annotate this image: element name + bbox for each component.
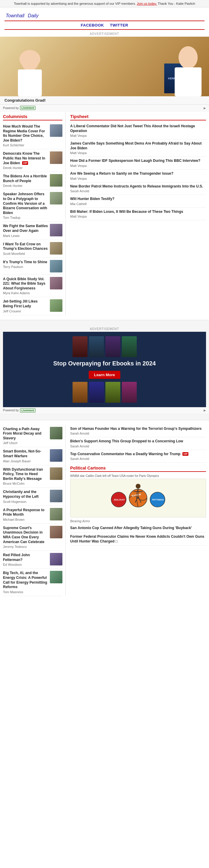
columnist-img-5 [50, 242, 62, 254]
lower-item-4: A Prayerful Response to Pride Month Mich… [3, 506, 62, 524]
lower-title-2[interactable]: With Dysfunctional Iran Policy, Time to … [3, 467, 48, 482]
social-bar: FACEBOOK TWITTER [4, 21, 205, 30]
columnist-title-3[interactable]: Speaker Johnson Offers to Do a Polygraph… [3, 192, 48, 215]
tipsheet-title: Tipsheet [70, 114, 206, 120]
lower-right-author-1: Sarah Arnold [70, 444, 206, 448]
tipsheet-title-2[interactable]: How Did a Former IDF Spokesperson Not La… [70, 159, 206, 163]
tipsheet-author-2: Matt Vespa [70, 164, 206, 167]
columnist-title-8[interactable]: Jet-Setting Jill Likes Being First Lady [3, 299, 48, 309]
columnist-author-1: Derek Hunter [3, 166, 48, 169]
columnist-author-6: Terry Paulson [3, 265, 48, 269]
lower-img-3 [50, 490, 62, 502]
ad-book-2 [89, 336, 104, 357]
lower-title-7[interactable]: Big Tech, AI, and the Energy Crisis: A P… [3, 571, 48, 589]
join-link[interactable]: Join us today. [137, 2, 157, 5]
header: Townhall Daily [0, 7, 209, 21]
pc-title-2[interactable]: Former Federal Prosecutor Claims He Neve… [70, 534, 206, 544]
logo-daily: Daily [28, 13, 38, 18]
columnist-img-0 [50, 124, 62, 137]
lower-title-5[interactable]: Supreme Court's Unanimous Decision in NR… [3, 526, 48, 544]
columnist-item-2: The Bidens Are a Horrible Bunch of Peopl… [3, 172, 62, 190]
ad-book-6 [89, 382, 104, 403]
ad-book-4 [122, 336, 137, 357]
ad-label-top: ADVERTISEMENT [0, 31, 209, 37]
political-cartoons: Political Cartoons WNBA star Caitlin Cla… [70, 466, 206, 546]
columnist-item-8: Jet-Setting Jill Likes Being First Lady … [3, 297, 62, 315]
svg-text:PETTINESS: PETTINESS [152, 499, 164, 501]
tipsheet-item-6: Bill Maher: If Biden Loses, It Will Be B… [70, 208, 206, 221]
lower-right-title-2[interactable]: Top Conservative Commentator Has a Deadl… [70, 452, 206, 457]
twitter-link[interactable]: TWITTER [110, 23, 128, 27]
ad-books-row-top [7, 336, 202, 357]
tipsheet-title-3[interactable]: Are We Seeing a Return to Sanity on the … [70, 172, 206, 176]
columnist-item-4: We Fight the Same Battles Over and Over … [3, 222, 62, 240]
columnist-author-0: Kurt Schlichter [3, 144, 48, 147]
columnist-author-8: Jeff Crouere [3, 309, 48, 313]
columnist-title-5[interactable]: I Want To Eat Crow on Trump's Election C… [3, 242, 48, 251]
tipsheet-section: Tipsheet A Liberal Commentator Did Not J… [69, 112, 206, 315]
pc-item-2: Former Federal Prosecutor Claims He Neve… [70, 533, 206, 546]
lower-author-3: Scott Hogenson [3, 500, 48, 503]
tipsheet-author-3: Matt Vespa [70, 177, 206, 180]
ad-book-3 [105, 336, 120, 357]
ad-book-8 [122, 382, 137, 403]
tipsheet-item-5: Will Hunter Biden Testify? Mia Cathell [70, 195, 206, 208]
lower-title-1[interactable]: Smart Bombs, Not-So-Smart Warfare [3, 449, 48, 459]
logo: Townhall Daily [4, 10, 205, 20]
ad-book-5 [73, 382, 87, 403]
columnist-img-2 [50, 174, 62, 187]
lower-title-6[interactable]: Red Pilled John Fetterman? [3, 553, 48, 562]
lower-title-4[interactable]: A Prayerful Response to Pride Month [3, 508, 48, 517]
lower-img-1 [50, 449, 62, 462]
columnist-item-5: I Want To Eat Crow on Trump's Election C… [3, 240, 62, 258]
columnist-title-1[interactable]: Democrats Know The Public Has No Interes… [3, 151, 48, 165]
tipsheet-title-6[interactable]: Bill Maher: If Biden Loses, It Will Be B… [70, 210, 206, 214]
tipsheet-title-5[interactable]: Will Hunter Biden Testify? [70, 197, 206, 202]
tipsheet-title-1[interactable]: James Carville Says Something Most Dems … [70, 141, 206, 151]
columnist-title-7[interactable]: A Quick Bible Study Vol. 221: What the B… [3, 277, 48, 291]
liveintent-badge-2: LiveIntent [20, 408, 36, 412]
tipsheet-author-0: Matt Vespa [70, 134, 206, 137]
mid-ad-section: ADVERTISEMENT Stop Overpaying for Ebooks… [0, 320, 209, 420]
columnists-section: Columnists How Much Would The Regime Med… [3, 112, 66, 315]
lower-right-section: Son of Hamas Founder Has a Warning for t… [69, 425, 206, 596]
ad-triangle-icon-2: ▶ [204, 409, 206, 412]
svg-text:JEALOUSY: JEALOUSY [114, 499, 125, 501]
ad-headline: Stop Overpaying for Ebooks in 2024 [7, 360, 202, 367]
columnist-author-4: Mark Lewis [3, 234, 48, 238]
tipsheet-author-1: Matt Vespa [70, 151, 206, 155]
lower-img-2 [50, 467, 62, 480]
columnist-title-0[interactable]: How Much Would The Regime Media Cover Fo… [3, 124, 48, 143]
facebook-link[interactable]: FACEBOOK [81, 23, 104, 27]
lower-img-7 [50, 571, 62, 583]
hero-ad: KENNEDY [0, 37, 209, 96]
ad-books-row-bottom [7, 382, 202, 403]
columnist-img-7 [50, 277, 62, 289]
lower-right-title-1[interactable]: Biden's Support Among This Group Dropped… [70, 439, 206, 444]
lower-content: Charting a Path Away From Moral Decay an… [0, 425, 209, 596]
tipsheet-item-3: Are We Seeing a Return to Sanity on the … [70, 169, 206, 182]
columnist-title-4[interactable]: We Fight the Same Battles Over and Over … [3, 224, 48, 233]
columnist-title-2[interactable]: The Bidens Are a Horrible Bunch of Peopl… [3, 174, 48, 183]
columnist-item-6: It's Trump's Time to Shine Terry Paulson [3, 258, 62, 275]
tipsheet-item-1: James Carville Says Something Most Dems … [70, 140, 206, 157]
bearing-arms-label: Bearing Arms [70, 519, 206, 523]
political-cartoons-title: Political Cartoons [70, 466, 206, 472]
tipsheet-title-4[interactable]: New Border Patrol Memo Instructs Agents … [70, 184, 206, 189]
lower-title-0[interactable]: Charting a Path Away From Moral Decay an… [3, 427, 48, 441]
tipsheet-item-0: A Liberal Commentator Did Not Just Tweet… [70, 122, 206, 140]
vip-badge-lower: VIP [182, 452, 189, 456]
mid-ad-label: ADVERTISEMENT [0, 326, 209, 332]
lower-title-3[interactable]: Christianity and the Hypocrisy of the Le… [3, 490, 48, 499]
lower-right-title-0[interactable]: Son of Hamas Founder Has a Warning for t… [70, 427, 206, 431]
lower-img-0 [50, 427, 62, 439]
tipsheet-item-4: New Border Patrol Memo Instructs Agents … [70, 182, 206, 195]
tipsheet-title-0[interactable]: A Liberal Commentator Did Not Just Tweet… [70, 124, 206, 133]
lower-img-5 [50, 526, 62, 538]
lower-right-item-2: Top Conservative Commentator Has a Deadl… [70, 450, 206, 463]
learn-more-button[interactable]: Learn More [89, 371, 120, 379]
columnist-author-2: Derek Hunter [3, 184, 48, 187]
lower-item-1: Smart Bombs, Not-So-Smart Warfare Alan J… [3, 447, 62, 465]
columnist-title-6[interactable]: It's Trump's Time to Shine [3, 260, 48, 265]
pc-title-1[interactable]: San Antonio Cop Canned After Allegedly T… [70, 526, 206, 531]
